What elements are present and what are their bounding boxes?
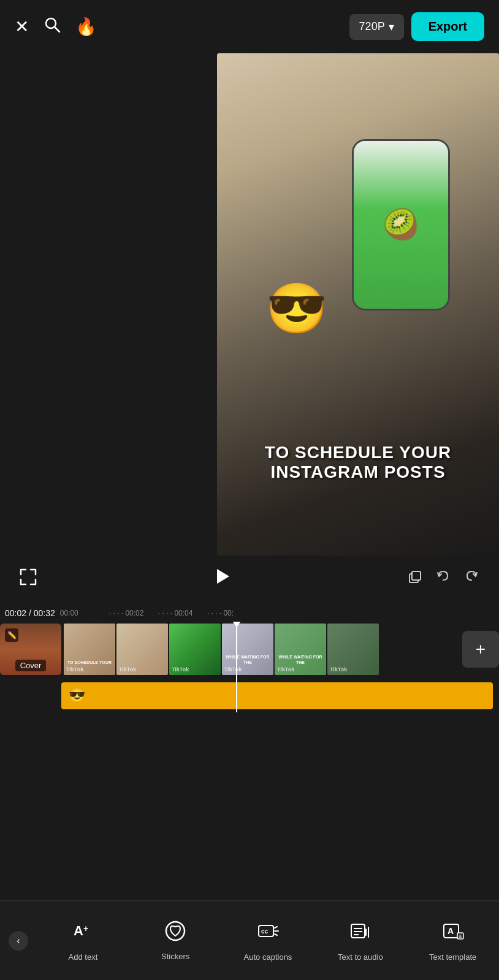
toolbar-items: A + Add text Stickers cc: [37, 914, 499, 967]
clip-thumb-4[interactable]: TikTok WHILE WAITING FOR THE: [222, 624, 273, 675]
svg-text:cc: cc: [261, 928, 269, 935]
svg-text:A: A: [74, 923, 83, 938]
video-text-line2: INSTAGRAM POSTS: [265, 462, 451, 482]
ruler-mark-2: · · · · 00:04: [158, 609, 207, 617]
sticker-bar[interactable]: 😎: [61, 682, 493, 709]
quality-button[interactable]: 720P ▾: [349, 14, 404, 40]
copy-frames-icon: [407, 569, 423, 585]
fullscreen-icon: [20, 568, 37, 586]
playhead[interactable]: [236, 622, 237, 712]
play-icon: [211, 565, 233, 587]
video-text-overlay: TO SCHEDULE YOUR INSTAGRAM POSTS: [265, 443, 451, 482]
clip-thumb-1[interactable]: TikTok TO SCHEDULE YOUR: [64, 624, 115, 675]
header: ✕ 🔥 720P ▾ Export: [0, 0, 499, 53]
collapse-button[interactable]: ‹: [0, 901, 37, 981]
svg-point-7: [166, 922, 185, 940]
toolbar-item-text-template[interactable]: A a Text template: [406, 914, 499, 967]
ruler-mark-0: 00:00: [60, 609, 109, 617]
svg-rect-4: [412, 571, 421, 580]
text-template-icon: A a: [441, 919, 465, 948]
timeline-ruler: 00:02 / 00:32 00:00 · · · · 00:02 · · · …: [0, 602, 499, 622]
playhead-triangle: [232, 622, 241, 627]
control-right-group: [407, 569, 479, 589]
edit-icon: ✏️: [5, 628, 18, 642]
tracks-wrapper: ✏️ Cover TikTok TO SCHEDULE YOUR TikTok …: [0, 622, 499, 712]
auto-captions-label: Auto captions: [244, 952, 292, 962]
copy-frames-button[interactable]: [407, 569, 423, 589]
svg-marker-2: [217, 569, 229, 584]
playback-controls: [0, 556, 499, 602]
toolbar-item-text-to-audio[interactable]: Text to audio: [314, 914, 406, 967]
empty-space: [0, 718, 499, 829]
collapse-arrow-icon: ‹: [9, 931, 28, 951]
flame-icon: 🔥: [75, 17, 97, 37]
toolbar-item-add-text[interactable]: A + Add text: [37, 914, 129, 967]
header-left: ✕ 🔥: [15, 16, 97, 37]
undo-button[interactable]: [435, 569, 451, 589]
cover-clip[interactable]: ✏️ Cover: [0, 624, 61, 675]
ruler-mark-1: · · · · 00:02: [109, 609, 158, 617]
redo-button[interactable]: [463, 569, 479, 589]
search-icon: [44, 16, 61, 33]
clip-track: ✏️ Cover TikTok TO SCHEDULE YOUR TikTok …: [0, 622, 499, 677]
phone-device: 🥝: [352, 139, 450, 311]
undo-icon: [435, 569, 451, 585]
add-text-label: Add text: [69, 952, 98, 962]
redo-icon: [463, 569, 479, 585]
ruler-mark-3: · · · · 00:: [207, 609, 256, 617]
cover-label: Cover: [15, 660, 47, 671]
phone-screen: 🥝: [354, 141, 448, 309]
expand-button[interactable]: [20, 568, 37, 589]
video-clips: TikTok TO SCHEDULE YOUR TikTok TikTok Ti…: [64, 624, 460, 675]
stickers-label: Stickers: [161, 952, 189, 961]
bottom-toolbar: ‹ A + Add text Stickers: [0, 900, 499, 980]
text-to-audio-label: Text to audio: [338, 952, 383, 962]
toolbar-item-stickers[interactable]: Stickers: [129, 914, 222, 967]
ruler-marks: 00:00 · · · · 00:02 · · · · 00:04 · · · …: [60, 609, 499, 617]
auto-captions-icon: cc: [256, 919, 280, 948]
clip-thumb-5[interactable]: TikTok WHILE WAITING FOR THE: [275, 624, 326, 675]
svg-text:+: +: [83, 924, 88, 933]
video-preview-container: 🥝 😎 TO SCHEDULE YOUR INSTAGRAM POSTS: [217, 53, 499, 556]
clip-thumb-3[interactable]: TikTok: [169, 624, 221, 675]
text-template-label: Text template: [429, 952, 476, 962]
header-right: 720P ▾ Export: [349, 12, 484, 41]
chevron-down-icon: ▾: [389, 20, 394, 34]
add-clip-button[interactable]: +: [462, 631, 499, 668]
timeline-area: 00:02 / 00:32 00:00 · · · · 00:02 · · · …: [0, 602, 499, 718]
toolbar-item-auto-captions[interactable]: cc Auto captions: [222, 914, 314, 967]
play-button[interactable]: [211, 565, 233, 592]
video-preview: 🥝 😎 TO SCHEDULE YOUR INSTAGRAM POSTS: [217, 53, 499, 556]
clip-thumb-6[interactable]: TikTok: [327, 624, 379, 675]
search-button[interactable]: [44, 16, 61, 37]
export-button[interactable]: Export: [411, 12, 484, 41]
video-text-line1: TO SCHEDULE YOUR: [265, 443, 451, 462]
close-button[interactable]: ✕: [15, 18, 29, 36]
svg-line-1: [55, 27, 59, 32]
svg-text:A: A: [448, 926, 454, 936]
sticker-track: 😎: [0, 679, 499, 712]
add-text-icon: A +: [71, 919, 94, 948]
stickers-icon: [164, 920, 186, 947]
text-to-audio-icon: [349, 919, 372, 948]
svg-text:a: a: [459, 933, 462, 939]
emoji-sticker[interactable]: 😎: [266, 280, 327, 337]
clip-thumb-2[interactable]: TikTok: [116, 624, 168, 675]
sticker-bar-emoji: 😎: [69, 688, 85, 704]
time-display: 00:02 / 00:32: [5, 608, 55, 618]
